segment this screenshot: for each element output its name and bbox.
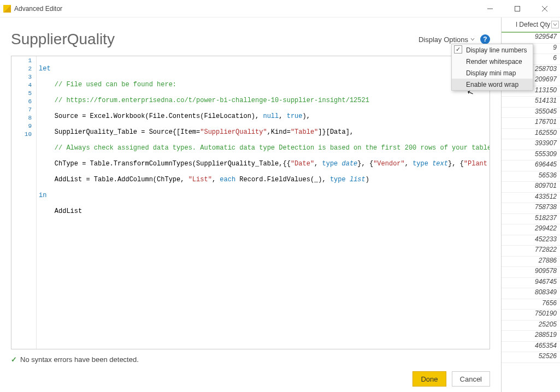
data-cell[interactable]: 772822 [502, 246, 560, 257]
line-number: 1 [11, 57, 36, 66]
data-cell[interactable]: 514131 [502, 97, 560, 108]
data-cell[interactable]: 452233 [502, 235, 560, 246]
query-title: SupplierQuality [11, 31, 115, 48]
data-cell[interactable]: 176701 [502, 118, 560, 129]
data-cell[interactable]: 929547 [502, 33, 560, 44]
svg-rect-1 [515, 6, 520, 11]
data-cell[interactable]: 355045 [502, 108, 560, 118]
data-cell[interactable]: 162550 [502, 129, 560, 140]
data-cell[interactable]: 518237 [502, 214, 560, 225]
line-number: 7 [11, 106, 36, 115]
cancel-button[interactable]: Cancel [452, 371, 490, 387]
data-cell[interactable]: 56536 [502, 171, 560, 182]
data-cell[interactable]: 433512 [502, 193, 560, 204]
line-number: 8 [11, 115, 36, 123]
advanced-editor-dialog: SupplierQuality Display Options ? 123456… [0, 17, 501, 392]
close-button[interactable] [537, 1, 552, 16]
dropdown-item-label: Display line numbers [466, 46, 527, 54]
data-cell[interactable]: 52526 [502, 352, 560, 363]
line-number-gutter: 12345678910 [11, 56, 37, 349]
code-area[interactable]: let // File used can be found here: // h… [37, 56, 490, 349]
line-number: 6 [11, 98, 36, 106]
data-cell[interactable]: 25205 [502, 320, 560, 331]
window-titlebar: Advanced Editor [0, 0, 560, 17]
line-number: 5 [11, 90, 36, 98]
dropdown-item[interactable]: Render whitespace [452, 56, 533, 67]
data-cell[interactable]: 946745 [502, 278, 560, 289]
line-number: 9 [11, 123, 36, 131]
line-number: 3 [11, 74, 36, 82]
dropdown-item-label: Display mini map [466, 69, 516, 77]
checkbox-icon: ✓ [454, 45, 462, 54]
window-title: Advanced Editor [14, 5, 62, 13]
status-message: No syntax errors have been detected. [20, 355, 139, 364]
display-options-button[interactable]: Display Options [418, 35, 475, 44]
done-button[interactable]: Done [412, 371, 446, 387]
line-number: 2 [11, 66, 36, 74]
status-bar: ✓ No syntax errors have been detected. [11, 349, 490, 366]
minimize-button[interactable] [482, 1, 498, 16]
dropdown-item[interactable]: Display mini map [452, 67, 533, 79]
data-cell[interactable]: 288519 [502, 331, 560, 342]
data-cell[interactable]: 696445 [502, 161, 560, 171]
line-number: 4 [11, 82, 36, 90]
dropdown-item-label: Render whitespace [466, 58, 522, 66]
app-icon [3, 5, 11, 13]
data-cell[interactable]: 750190 [502, 310, 560, 320]
dropdown-item[interactable]: Enable word wrap↖ [452, 79, 533, 90]
line-number: 10 [11, 131, 36, 139]
data-cell[interactable]: 909578 [502, 267, 560, 278]
display-options-label: Display Options [418, 35, 468, 44]
maximize-button[interactable] [510, 1, 525, 16]
data-cell[interactable]: 808349 [502, 288, 560, 299]
dropdown-item-label: Enable word wrap [466, 81, 518, 88]
data-cell[interactable]: 555309 [502, 150, 560, 161]
data-cell[interactable]: 465354 [502, 342, 560, 353]
data-cell[interactable]: 7656 [502, 299, 560, 310]
data-cell[interactable]: 758738 [502, 203, 560, 214]
code-editor[interactable]: 12345678910 let // File used can be foun… [11, 56, 490, 349]
data-cell[interactable]: 299422 [502, 224, 560, 235]
column-header-label: l Defect Qty [516, 21, 550, 28]
data-cell[interactable]: 27886 [502, 257, 560, 268]
help-icon[interactable]: ? [480, 34, 490, 44]
dropdown-item[interactable]: ✓Display line numbers [452, 44, 533, 56]
data-cell[interactable]: 393907 [502, 139, 560, 150]
display-options-dropdown: ✓Display line numbersRender whitespaceDi… [451, 44, 533, 91]
data-cell[interactable]: 809701 [502, 182, 560, 193]
column-dropdown-icon[interactable] [551, 21, 559, 28]
column-header-defect-qty[interactable]: l Defect Qty [502, 17, 560, 33]
check-icon: ✓ [11, 355, 17, 364]
